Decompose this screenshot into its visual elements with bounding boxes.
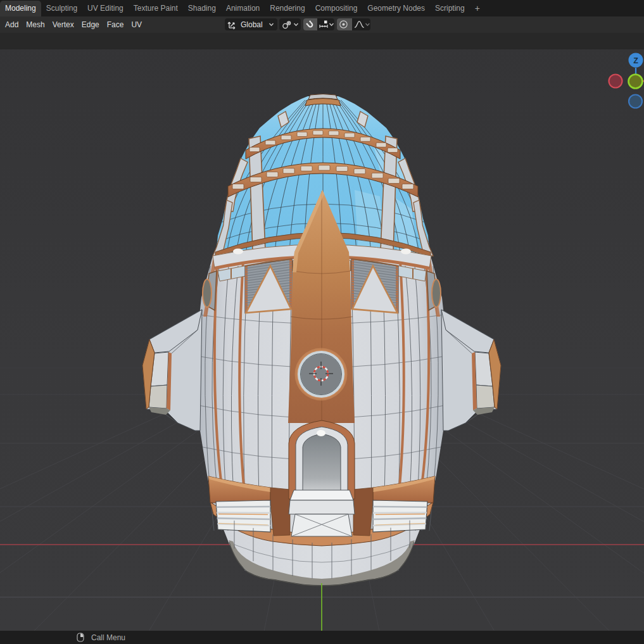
- svg-text:Z: Z: [633, 56, 638, 65]
